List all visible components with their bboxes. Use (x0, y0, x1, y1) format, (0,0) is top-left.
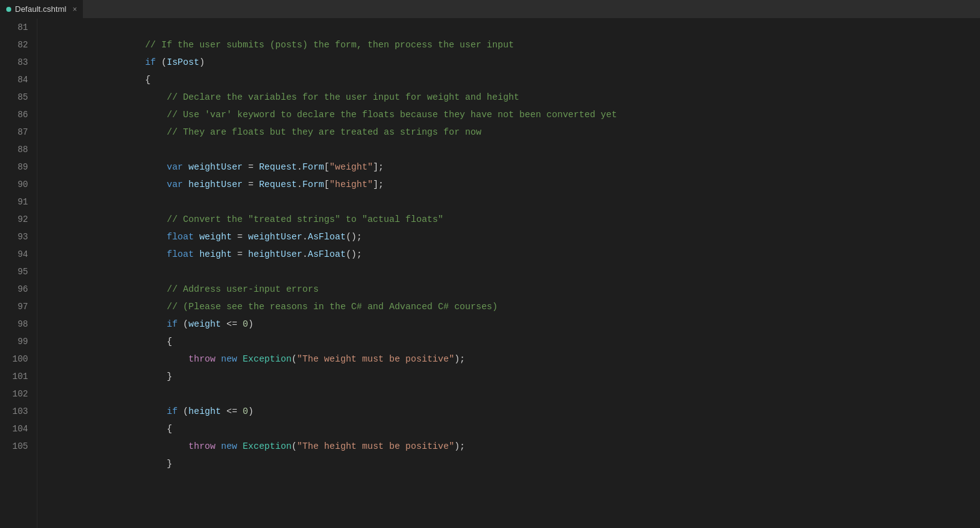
code-line-84: // Declare the variables for the user in… (47, 71, 980, 89)
ln-102: 102 (5, 385, 28, 403)
ln-101: 101 (5, 368, 28, 385)
ln-89: 89 (5, 158, 28, 176)
ln-84: 84 (5, 71, 28, 89)
ln-91: 91 (5, 193, 28, 211)
tab-bar: Default.cshtml × (0, 0, 980, 19)
ln-95: 95 (5, 263, 28, 281)
tab-filename: Default.cshtml (15, 4, 66, 14)
code-line-88: var weightUser = Request.Form["weight"]; (47, 141, 980, 158)
ln-92: 92 (5, 211, 28, 228)
code-line-102: if (height <= 0) (47, 385, 980, 403)
code-line-99: throw new Exception("The weight must be … (47, 333, 980, 350)
ln-93: 93 (5, 228, 28, 246)
ln-99: 99 (5, 333, 28, 350)
ln-86: 86 (5, 106, 28, 123)
ln-87: 87 (5, 123, 28, 141)
ln-98: 98 (5, 315, 28, 333)
editor-container: 81 82 83 84 85 86 87 88 89 90 91 92 93 9… (0, 19, 980, 528)
ln-81: 81 (5, 19, 28, 36)
code-line-91: // Convert the "treated strings" to "act… (47, 193, 980, 211)
code-line-95: // Address user-input errors (47, 263, 980, 281)
ln-88: 88 (5, 141, 28, 158)
ln-82: 82 (5, 36, 28, 54)
code-line-104: throw new Exception("The height must be … (47, 420, 980, 438)
code-content[interactable]: // If the user submits (posts) the form,… (37, 19, 980, 528)
ln-96: 96 (5, 281, 28, 298)
code-line-81: // If the user submits (posts) the form,… (47, 19, 980, 36)
tab-default-cshtml[interactable]: Default.cshtml × (0, 0, 84, 18)
tab-close-button[interactable]: × (72, 5, 77, 14)
ln-103: 103 (5, 403, 28, 420)
ln-94: 94 (5, 246, 28, 263)
line-numbers: 81 82 83 84 85 86 87 88 89 90 91 92 93 9… (0, 19, 37, 528)
ln-104: 104 (5, 420, 28, 438)
ln-90: 90 (5, 176, 28, 193)
ln-105: 105 (5, 438, 28, 455)
ln-100: 100 (5, 350, 28, 368)
ln-97: 97 (5, 298, 28, 315)
ln-85: 85 (5, 89, 28, 106)
code-line-101 (47, 368, 980, 385)
tab-dot-icon (6, 7, 11, 12)
ln-83: 83 (5, 54, 28, 71)
